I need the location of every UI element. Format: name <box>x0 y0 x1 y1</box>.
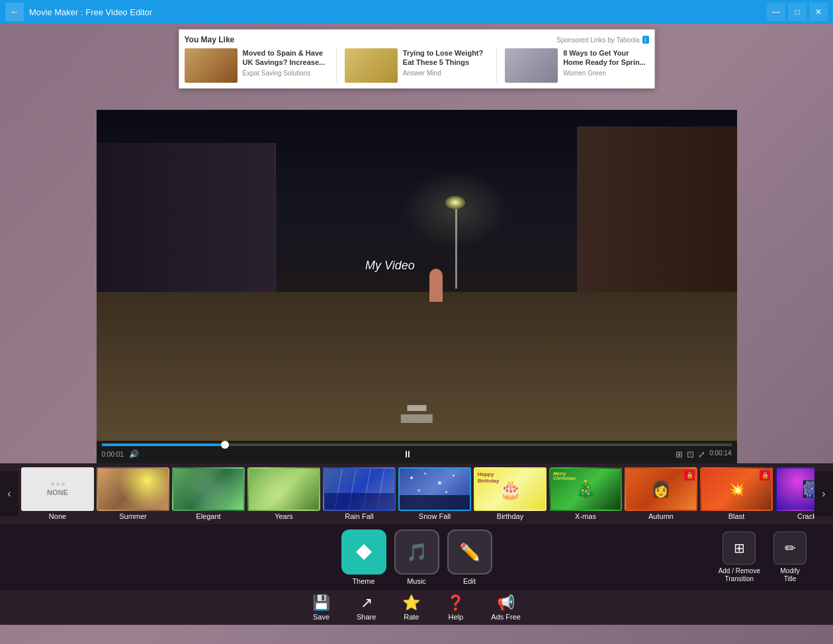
back-button[interactable]: ← <box>5 3 24 21</box>
theme-thumb-snow <box>398 467 471 511</box>
theme-item-crackers[interactable]: 🎆 🔒 Crackers <box>775 467 814 520</box>
theme-item-birthday[interactable]: 🎂 Happy Birthday Birthday <box>474 467 547 520</box>
theme-items-container: NONE None Summer Elegant <box>19 467 814 520</box>
minimize-button[interactable]: — <box>767 3 785 21</box>
bottom-toolbar: Theme 🎵 Music ✏️ Edit ⊞ Add / Remove <box>0 524 833 590</box>
save-icon: 💾 <box>312 594 330 612</box>
add-remove-transition-button[interactable]: ⊞ Add / RemoveTransition <box>719 531 760 583</box>
modify-title-icon: ✏ <box>773 531 807 565</box>
ad-headline-2: Trying to Lose Weight? Eat These 5 Thing… <box>403 48 488 68</box>
modify-title-button[interactable]: ✏ ModifyTitle <box>773 531 807 583</box>
ads-free-label: Ads Free <box>491 613 521 621</box>
volume-icon[interactable]: 🔊 <box>129 449 139 459</box>
theme-scroll-left[interactable]: ‹ <box>0 471 19 516</box>
ad-sponsored: Sponsored Links by Taboola i <box>556 36 648 44</box>
title-bar: ← Movie Maker : Free Video Editor — □ ✕ <box>0 0 833 24</box>
theme-item-blast[interactable]: 💥 🔒 Blast <box>700 467 773 520</box>
theme-item-autumn[interactable]: 👩 🔒 Autumn <box>625 467 697 520</box>
theme-item-elegant[interactable]: Elegant <box>172 467 245 520</box>
video-player: My Video 0:00:01 🔊 ⏸ ⊞ ⊡ ⤢ <box>97 110 737 463</box>
ads-free-button[interactable]: 📢 Ads Free <box>491 594 521 621</box>
ad-headline-3: 8 Ways to Get Your Home Ready for Sprin.… <box>563 48 648 68</box>
right-tools: ⊞ Add / RemoveTransition ✏ ModifyTitle <box>719 531 807 583</box>
theme-label-rain: Rain Fall <box>345 512 373 520</box>
theme-item-summer[interactable]: Summer <box>97 467 169 520</box>
theme-thumb-elegant <box>172 467 245 511</box>
theme-item-xmas[interactable]: 🎄 MerryChristmas X-mas <box>549 467 622 520</box>
theme-tool-button[interactable]: Theme <box>341 529 386 585</box>
modify-title-label: ModifyTitle <box>780 567 799 583</box>
video-preview[interactable]: My Video <box>97 110 737 441</box>
blast-lock-icon: 🔒 <box>760 470 770 481</box>
share-icon: ↗ <box>361 594 373 612</box>
theme-thumb-blast: 💥 🔒 <box>700 467 773 511</box>
theme-item-none[interactable]: NONE None <box>21 467 94 520</box>
app-title: Movie Maker : Free Video Editor <box>29 7 152 17</box>
theme-strip: ‹ NONE None <box>0 463 833 524</box>
ad-item-2[interactable]: Trying to Lose Weight? Eat These 5 Thing… <box>345 48 488 83</box>
theme-thumb-xmas: 🎄 MerryChristmas <box>549 467 622 511</box>
pip-button[interactable]: ⊞ <box>676 449 683 459</box>
theme-label-elegant: Elegant <box>196 512 220 520</box>
theme-thumb-summer <box>97 467 169 511</box>
progress-thumb[interactable] <box>221 441 229 449</box>
main-area: You May Like Sponsored Links by Taboola … <box>0 24 833 644</box>
help-icon: ❓ <box>447 594 464 612</box>
time-end: 0:00:14 <box>709 449 731 459</box>
progress-bar[interactable] <box>102 443 732 446</box>
maximize-button[interactable]: □ <box>788 3 807 21</box>
fullscreen-button[interactable]: ⤢ <box>698 449 705 459</box>
theme-label-snow: Snow Fall <box>419 512 451 520</box>
music-tool-label: Music <box>407 577 426 585</box>
theme-label-none: None <box>49 512 66 520</box>
edit-tool-button[interactable]: ✏️ Edit <box>447 529 492 585</box>
edit-tool-label: Edit <box>463 577 476 585</box>
theme-thumb-rain <box>323 467 396 511</box>
theme-label-autumn: Autumn <box>648 512 674 520</box>
ad-headline-1: Moved to Spain & Have UK Savings? Increa… <box>243 48 328 68</box>
theme-thumb-crackers: 🎆 🔒 <box>775 467 814 511</box>
share-button[interactable]: ↗ Share <box>357 594 376 621</box>
theme-item-snow[interactable]: Snow Fall <box>398 467 471 520</box>
theme-item-rain[interactable]: Rain Fall <box>323 467 396 520</box>
save-button[interactable]: 💾 Save <box>312 594 330 621</box>
footer-bar: 💾 Save ↗ Share ⭐ Rate ❓ Help 📢 Ads Free <box>0 590 833 625</box>
edit-tool-icon: ✏️ <box>447 529 492 575</box>
ad-item-1[interactable]: Moved to Spain & Have UK Savings? Increa… <box>185 48 328 83</box>
close-button[interactable]: ✕ <box>809 3 828 21</box>
autumn-lock-icon: 🔒 <box>684 470 695 481</box>
play-pause-button[interactable]: ⏸ <box>403 449 412 459</box>
ads-free-icon: 📢 <box>497 594 515 612</box>
theme-label-blast: Blast <box>728 512 744 520</box>
theme-scroll-right[interactable]: › <box>814 471 833 516</box>
share-label: Share <box>357 613 376 621</box>
ad-title: You May Like <box>185 35 235 44</box>
theme-thumb-none: NONE <box>21 467 94 511</box>
add-remove-icon: ⊞ <box>723 531 756 565</box>
theme-thumb-birthday: 🎂 Happy Birthday <box>474 467 547 511</box>
ad-source-2: Answer Mind <box>403 69 488 77</box>
video-title-overlay: My Video <box>365 259 415 273</box>
theme-tool-label: Theme <box>352 577 374 585</box>
ad-source-3: Women Green <box>563 69 648 77</box>
theme-tool-icon <box>341 529 386 575</box>
theme-item-years[interactable]: Years <box>247 467 320 520</box>
theme-label-birthday: Birthday <box>497 512 523 520</box>
theme-label-crackers: Crackers <box>797 512 814 520</box>
music-tool-icon: 🎵 <box>394 529 439 575</box>
music-tool-button[interactable]: 🎵 Music <box>394 529 439 585</box>
theme-label-xmas: X-mas <box>575 512 596 520</box>
theater-button[interactable]: ⊡ <box>687 449 694 459</box>
theme-label-years: Years <box>275 512 293 520</box>
rate-button[interactable]: ⭐ Rate <box>402 594 420 621</box>
rate-label: Rate <box>404 613 419 621</box>
ad-banner: You May Like Sponsored Links by Taboola … <box>179 29 655 89</box>
ad-item-3[interactable]: 8 Ways to Get Your Home Ready for Sprin.… <box>505 48 648 83</box>
help-button[interactable]: ❓ Help <box>447 594 464 621</box>
video-controls: 0:00:01 🔊 ⏸ ⊞ ⊡ ⤢ 0:00:14 <box>97 441 737 463</box>
theme-thumb-years <box>247 467 320 511</box>
theme-label-summer: Summer <box>119 512 147 520</box>
ad-source-1: Expat Saving Solutions <box>243 69 328 77</box>
rate-icon: ⭐ <box>402 594 420 612</box>
time-start: 0:00:01 <box>102 451 124 458</box>
